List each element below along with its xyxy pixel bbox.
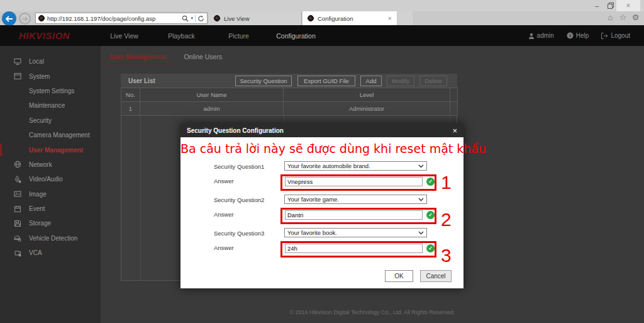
back-arrow-icon — [5, 16, 13, 22]
annotation-number-3: 3 — [441, 246, 460, 265]
help-icon: i — [567, 32, 574, 39]
vca-icon — [14, 249, 21, 257]
tab-user-management[interactable]: User Management — [101, 49, 175, 64]
sidebar: Local System System Settings Maintenance… — [0, 46, 101, 323]
annotation-box-1 — [280, 174, 436, 191]
sidebar-item-system[interactable]: System — [0, 69, 101, 83]
nav-picture[interactable]: Picture — [210, 25, 267, 46]
app-header: HIKVISION Live View Playback Picture Con… — [0, 25, 644, 46]
browser-address-bar[interactable]: http://192.168.1.197/doc/page/config.asp… — [35, 13, 208, 24]
security-question-button[interactable]: Security Question — [235, 76, 292, 86]
annotation-note: Ba câu trả lời này sẽ được dùng khi rese… — [180, 142, 464, 156]
nav-configuration[interactable]: Configuration — [267, 25, 325, 46]
sidebar-item-vca[interactable]: VCA — [0, 246, 101, 260]
tab-online-users[interactable]: Online Users — [175, 49, 231, 64]
tab-favicon — [214, 15, 220, 21]
sidebar-item-system-settings[interactable]: System Settings — [0, 84, 101, 98]
column-divider — [140, 116, 141, 280]
sidebar-item-storage[interactable]: Storage — [0, 216, 101, 230]
question3-label: Security Question3 — [214, 230, 264, 237]
question1-label: Security Question1 — [214, 163, 264, 170]
nav-live-view[interactable]: Live View — [96, 25, 153, 46]
site-favicon — [38, 15, 45, 21]
forward-arrow-icon — [21, 16, 28, 21]
sidebar-item-image[interactable]: Image — [0, 187, 101, 201]
logged-in-user: admin — [528, 32, 554, 39]
browser-forward-button[interactable] — [19, 13, 31, 25]
sidebar-item-vehicle-detection[interactable]: Vehicle Detection — [0, 231, 101, 246]
sidebar-item-user-management[interactable]: User Management — [0, 142, 101, 157]
add-user-button[interactable]: Add — [360, 76, 382, 86]
col-level: Level — [284, 88, 450, 102]
browser-back-button[interactable] — [2, 11, 16, 26]
logout-icon — [601, 33, 608, 39]
hikvision-logo: HIKVISION — [19, 30, 70, 41]
sidebar-item-local[interactable]: Local — [0, 54, 101, 69]
user-list-title: User List — [121, 77, 155, 84]
help-button[interactable]: i Help — [567, 32, 589, 39]
question1-select[interactable]: Your favorite automobile brand. — [284, 161, 427, 171]
sidebar-item-event[interactable]: Event — [0, 201, 101, 216]
cell-gutter — [450, 102, 458, 116]
sidebar-item-security[interactable]: Security — [0, 113, 101, 128]
network-globe-icon — [14, 161, 21, 168]
dialog-close-icon[interactable]: × — [452, 127, 457, 135]
nav-playback[interactable]: Playback — [153, 25, 210, 46]
sidebar-item-camera-management[interactable]: Camera Management — [0, 128, 101, 142]
cell-user-name: admin — [140, 102, 284, 116]
annotation-box-3 — [280, 241, 436, 258]
vehicle-detection-icon — [14, 234, 21, 242]
chevron-down-icon — [418, 198, 424, 201]
active-indicator — [0, 144, 2, 156]
sidebar-item-network[interactable]: Network — [0, 157, 101, 172]
microphone-icon — [14, 176, 21, 183]
event-calendar-icon — [14, 205, 21, 213]
browser-tab-live-view[interactable]: Live View — [209, 11, 302, 25]
window-restore-button[interactable] — [605, 0, 616, 11]
col-no: No. — [121, 88, 140, 102]
browser-new-tab-button[interactable] — [397, 11, 413, 25]
annotation-number-2: 2 — [441, 210, 460, 229]
question2-select[interactable]: Your favorite game. — [284, 195, 427, 204]
tab-close-icon[interactable]: × — [388, 14, 392, 22]
answer1-label: Answer — [214, 178, 234, 184]
logout-button[interactable]: Logout — [601, 32, 630, 39]
export-guid-button[interactable]: Export GUID File — [297, 76, 355, 86]
caret-down-icon[interactable]: ▾ — [191, 16, 193, 21]
security-question-dialog: Security Question Configuration × Ba câu… — [180, 123, 464, 288]
image-icon — [14, 190, 21, 198]
favorites-star-icon[interactable]: ☆ — [618, 13, 628, 22]
table-row[interactable]: 1 admin Administrator — [121, 102, 458, 116]
delete-user-button[interactable]: Delete — [419, 76, 447, 86]
address-url[interactable]: http://192.168.1.197/doc/page/config.asp — [47, 15, 179, 22]
tab-title: Configuration — [318, 15, 353, 22]
question3-select[interactable]: Your favorite book. — [284, 228, 427, 237]
question2-label: Security Question2 — [214, 196, 264, 203]
col-user-name: User Name — [140, 88, 284, 102]
chevron-down-icon — [418, 164, 424, 168]
divider — [195, 14, 196, 22]
sidebar-item-video-audio[interactable]: Video/Audio — [0, 172, 101, 186]
settings-gear-icon[interactable]: ⚙ — [631, 13, 640, 22]
refresh-icon[interactable] — [197, 15, 204, 22]
sidebar-item-maintenance[interactable]: Maintenance — [0, 98, 101, 113]
home-icon[interactable]: ⌂ — [606, 13, 615, 22]
window-close-button[interactable]: × — [616, 0, 640, 11]
annotation-box-2 — [280, 208, 436, 224]
annotation-number-1: 1 — [441, 173, 460, 192]
monitor-icon — [14, 58, 21, 65]
tab-title: Live View — [224, 15, 250, 22]
browser-tab-configuration[interactable]: Configuration × — [303, 11, 397, 25]
dialog-titlebar: Security Question Configuration × — [180, 123, 464, 137]
user-table: No. User Name Level 1 admin Administrato… — [121, 88, 458, 116]
search-icon[interactable] — [182, 15, 189, 22]
close-icon: × — [626, 1, 630, 10]
chevron-down-icon — [418, 231, 424, 235]
browser-titlebar: – × — [0, 0, 644, 11]
tab-favicon — [308, 15, 314, 21]
modify-user-button[interactable]: Modify — [387, 76, 414, 86]
answer3-label: Answer — [214, 244, 234, 251]
window-minimize-button[interactable]: – — [591, 0, 602, 11]
ok-button[interactable]: OK — [385, 270, 413, 282]
cancel-button[interactable]: Cancel — [420, 270, 452, 282]
